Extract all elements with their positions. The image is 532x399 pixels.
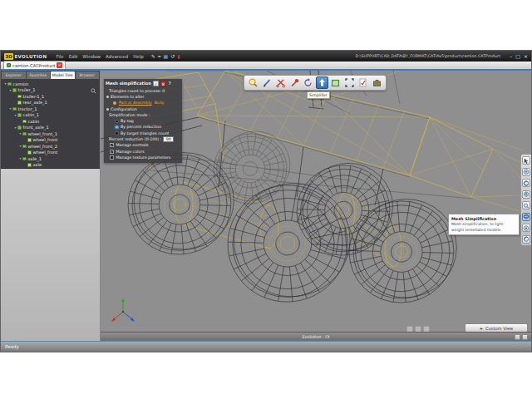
maximize-button[interactable]: □: [515, 53, 520, 60]
option-dot-icon: [113, 101, 116, 105]
checkbox-manage-colors[interactable]: Manage colors: [106, 149, 180, 155]
checkbox-manage-normals[interactable]: Manage normals: [106, 142, 180, 148]
viewport-3d[interactable]: Mesh simplification ✓ × ? Triangles coun…: [101, 71, 531, 341]
rotate-orbit-icon[interactable]: [302, 76, 314, 89]
tree-item[interactable]: axle: [1, 162, 100, 169]
plus-icon: +: [480, 326, 483, 331]
menubar: File Edit Window Advanced Help: [56, 54, 143, 59]
rotate-view-icon[interactable]: [522, 179, 530, 187]
mesh-simplification-tooltip: Mesh Simplification Mesh simplification,…: [448, 214, 520, 235]
tree-item[interactable]: rear_axle_1: [1, 100, 100, 106]
radio-by-target-triangles[interactable]: By target triangles count: [106, 131, 180, 136]
assembly-icon: [17, 126, 22, 130]
undo-icon[interactable]: [170, 54, 175, 59]
repair-tool-icon[interactable]: [288, 76, 301, 89]
logo-badge: 3D: [4, 53, 13, 60]
tree-item[interactable]: axle_1: [1, 155, 100, 162]
percent-reduction-label: Percent reduction (0-100) :: [109, 136, 161, 142]
edit-pencil-icon[interactable]: [261, 76, 273, 89]
look-at-view-icon[interactable]: [522, 224, 530, 232]
radio-icon[interactable]: [115, 120, 119, 124]
tree-item[interactable]: wheel_front: [1, 150, 100, 156]
projection-view-icon[interactable]: [522, 235, 530, 244]
radio-by-percent-reduction[interactable]: By percent reduction: [106, 124, 180, 130]
tab-model-tree[interactable]: Model Tree: [51, 71, 75, 79]
assembly-icon: [22, 132, 27, 136]
tree-item[interactable]: tractor_1: [1, 106, 100, 112]
tree-item[interactable]: wheel_front: [1, 137, 100, 144]
timeline-label: Evolution - Ct: [302, 334, 329, 339]
tree-item[interactable]: wheel_front_1: [1, 131, 100, 137]
timeline-bar[interactable]: Evolution - Ct: [101, 332, 531, 341]
checkbox-icon[interactable]: [110, 143, 114, 147]
zoom-area-icon[interactable]: [522, 168, 530, 176]
alert-icon[interactable]: [177, 54, 180, 59]
option-body[interactable]: Body: [155, 100, 165, 106]
tab-explorer[interactable]: Explorer: [2, 71, 26, 79]
option-part-or-assembly[interactable]: Part or Assembly: [119, 100, 152, 106]
part-icon: [27, 150, 32, 155]
tree-item[interactable]: camion: [1, 81, 100, 87]
tab-close-icon[interactable]: ×: [57, 62, 62, 68]
radio-by-sag[interactable]: By sag: [106, 118, 180, 124]
quality-check-icon[interactable]: [357, 76, 369, 89]
tab-browser[interactable]: Browser: [76, 71, 100, 79]
menu-file[interactable]: File: [56, 54, 63, 59]
timeline-next-icon[interactable]: [522, 334, 528, 340]
percent-reduction-input[interactable]: [163, 136, 174, 142]
select-cursor-icon[interactable]: [522, 156, 530, 165]
menu-help[interactable]: Help: [133, 54, 144, 59]
tree-item[interactable]: front_axle_1: [1, 125, 100, 131]
close-button[interactable]: ×: [524, 53, 528, 60]
tree-item[interactable]: wheel_front_2: [1, 143, 100, 150]
custom-view-label: Custom View: [485, 326, 513, 331]
statusbar: Ready: [1, 341, 531, 352]
menu-edit[interactable]: Edit: [69, 54, 78, 59]
logo-text: EVOLUTION: [14, 54, 47, 59]
triangles-count-line: Triangles count to process: 0: [106, 88, 180, 94]
sidebar-tabs: Explorer Favorites Model Tree Browser: [1, 71, 100, 79]
checkbox-manage-texture-parameters[interactable]: Manage texture parameters: [106, 155, 180, 160]
tree-item[interactable]: cabin_1: [1, 112, 100, 119]
radio-icon[interactable]: [115, 131, 119, 135]
pan-view-icon[interactable]: [522, 190, 530, 199]
edit-icon[interactable]: [151, 54, 155, 59]
measure-icon[interactable]: [158, 53, 161, 59]
simplify-upload-icon[interactable]: [316, 76, 328, 89]
tree-item[interactable]: cabin: [1, 118, 100, 125]
document-tabbar: camion.CATProduct ×: [1, 62, 531, 71]
tree-item[interactable]: trailer-1_1: [1, 93, 100, 100]
mesh-simplification-panel: Mesh simplification ✓ × ? Triangles coun…: [104, 79, 182, 163]
checkbox-icon[interactable]: [110, 150, 114, 154]
minimize-button[interactable]: –: [510, 53, 512, 60]
bounding-box-icon[interactable]: [329, 76, 342, 89]
cancel-x-icon[interactable]: ×: [160, 81, 166, 86]
document-tab[interactable]: camion.CATProduct ×: [3, 61, 66, 69]
checkbox-icon[interactable]: [110, 155, 114, 160]
tab-favorites[interactable]: Favorites: [27, 71, 51, 79]
bullet-icon: [106, 108, 109, 111]
orbit-view-icon[interactable]: [522, 213, 530, 221]
zoom-view-icon[interactable]: [522, 201, 530, 209]
cut-scissors-icon[interactable]: [274, 76, 287, 89]
elements-header: Elements to alter: [111, 94, 144, 100]
toolbox-icon[interactable]: [371, 76, 383, 89]
titlebar-quick-tools: [151, 53, 180, 59]
save-icon[interactable]: [164, 54, 169, 59]
search-icon[interactable]: [91, 81, 96, 97]
timeline-buttons: [515, 334, 528, 340]
mode-header: Simplification mode :: [106, 112, 180, 118]
menu-advanced[interactable]: Advanced: [106, 54, 128, 59]
window-controls: – □ ×: [510, 53, 528, 60]
apply-check-icon[interactable]: ✓: [153, 81, 159, 86]
assembly-icon: [17, 113, 22, 117]
menu-window[interactable]: Window: [82, 54, 101, 59]
timeline-prev-icon[interactable]: [515, 334, 520, 340]
help-icon[interactable]: ?: [169, 81, 171, 87]
search-zoom-icon[interactable]: [247, 76, 259, 89]
radio-selected-icon[interactable]: [115, 126, 119, 130]
tree-item[interactable]: trailer_1: [1, 87, 100, 94]
main-toolbar: [244, 75, 387, 91]
document-icon: [7, 63, 11, 67]
fit-screen-icon[interactable]: [343, 76, 356, 89]
